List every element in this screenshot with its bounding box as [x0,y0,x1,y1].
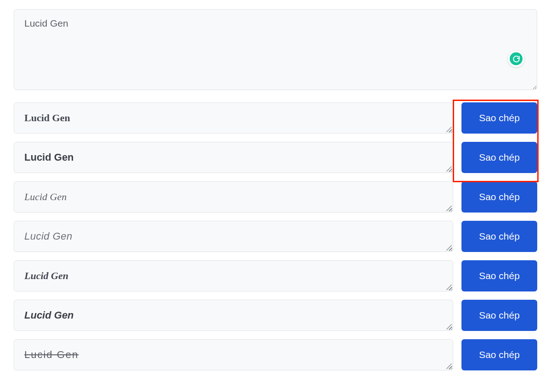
style-row: Lucid GenSao chép [14,260,537,291]
styled-text-output[interactable]: Lucid Gen [14,260,453,291]
styled-text-output[interactable]: Lucid Gen [14,339,453,370]
style-row: Lucid GenSao chép [14,102,537,134]
copy-button[interactable]: Sao chép [461,142,537,173]
copy-button[interactable]: Sao chép [461,300,537,331]
styled-text-output[interactable]: Lucid Gen [14,181,453,213]
styled-text-output[interactable]: Lucid Gen [14,102,453,134]
style-row: Lucid GenSao chép [14,221,537,252]
copy-button[interactable]: Sao chép [461,260,537,291]
copy-button[interactable]: Sao chép [461,181,537,213]
style-row: Lucid GenSao chép [14,300,537,331]
styled-text-output[interactable]: Lucid Gen [14,221,453,252]
copy-button[interactable]: Sao chép [461,102,537,134]
styled-text-output[interactable]: Lucid Gen [14,300,453,331]
style-row: Lucid GenSao chép [14,181,537,213]
main-input-textarea[interactable] [14,9,537,90]
grammarly-icon[interactable] [508,50,524,67]
copy-button[interactable]: Sao chép [461,339,537,370]
style-row: Lucid GenSao chép [14,339,537,370]
styled-text-output[interactable]: Lucid Gen [14,142,453,173]
styled-rows-container: Lucid GenSao chépLucid GenSao chépLucid … [14,102,537,370]
style-row: Lucid GenSao chép [14,142,537,173]
copy-button[interactable]: Sao chép [461,221,537,252]
